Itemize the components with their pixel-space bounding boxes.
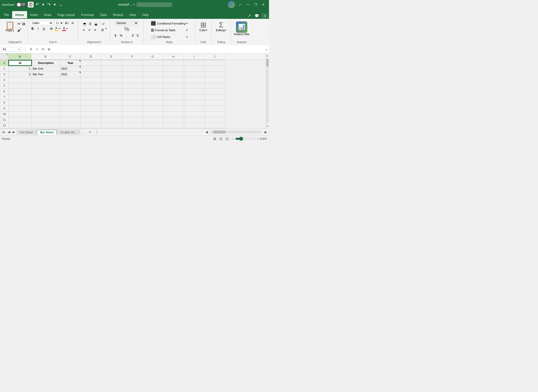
tab-home[interactable]: Home <box>12 11 27 19</box>
page-break-view-btn[interactable]: ⊟ <box>219 136 223 141</box>
cell-a2[interactable]: 1 <box>9 66 32 71</box>
bold-button[interactable]: B <box>30 26 35 31</box>
normal-view-btn[interactable]: ⊞ <box>213 136 217 141</box>
cell-b1[interactable]: Description <box>32 60 60 66</box>
filename-dropdown[interactable]: ▾ <box>133 3 135 6</box>
font-name-select[interactable]: Calibri <box>30 21 53 25</box>
align-top-btn[interactable]: ⬒ <box>82 21 87 27</box>
undo-dropdown[interactable]: ▾ <box>41 2 45 7</box>
cell-ref-dropdown-arrow[interactable]: ▾ <box>19 48 20 51</box>
close-btn[interactable]: ✕ <box>260 2 267 7</box>
align-center-btn[interactable]: ≡ <box>87 27 92 32</box>
formula-expand-btn[interactable]: ⌄ <box>265 47 268 51</box>
format-as-table-button[interactable]: ⊞ Format as Table ▾ <box>150 27 189 33</box>
h-scroll-right-arrow[interactable]: ▶ <box>264 130 268 134</box>
merge-dropdown[interactable]: ▾ <box>106 27 107 32</box>
user-avatar[interactable] <box>228 1 235 8</box>
cell-i3[interactable] <box>184 71 205 77</box>
cell-b3[interactable]: Bar Two <box>32 71 60 77</box>
percent-btn[interactable]: % <box>118 33 124 38</box>
cell-g2[interactable] <box>143 66 163 71</box>
v-scroll-thumb[interactable] <box>266 59 269 67</box>
analyze-data-button[interactable]: 📊 Analyze Data <box>233 20 250 37</box>
cell-c1[interactable]: Year <box>60 60 81 66</box>
paste-button[interactable]: 📋 Paste ▾ <box>4 20 16 33</box>
row-num-2[interactable]: 2 <box>0 66 9 71</box>
formula-fx-label[interactable]: fx <box>41 47 46 51</box>
autosave-toggle[interactable]: Off <box>17 2 26 7</box>
increase-font-btn[interactable]: A↑ <box>65 20 70 26</box>
tab-view[interactable]: View <box>126 11 139 19</box>
fmt-table-dropdown[interactable]: ▾ <box>186 29 188 31</box>
col-header-f[interactable]: F <box>122 53 143 60</box>
tab-nav-prev[interactable]: ◀ <box>7 130 11 134</box>
row-num-4[interactable]: 4 <box>0 77 9 83</box>
tab-data[interactable]: Data <box>97 11 110 19</box>
zoom-slider[interactable] <box>235 137 256 141</box>
tab-nav-first[interactable]: ⏮ <box>1 130 6 134</box>
comments-icon[interactable]: 💬 <box>254 13 260 19</box>
align-middle-btn[interactable]: ☰ <box>88 21 93 27</box>
wrap-text-btn[interactable]: ↵ <box>101 21 106 27</box>
col-header-a[interactable]: A <box>8 53 31 60</box>
collapse-ribbon-btn[interactable]: ∧ <box>262 13 268 19</box>
row-num-7[interactable]: 7 <box>0 94 9 100</box>
cell-a3[interactable]: 2 <box>9 71 32 77</box>
sheet-tab-bar[interactable]: Bar Sheet <box>37 130 57 135</box>
redo-dropdown[interactable]: ▾ <box>53 2 57 7</box>
row-num-8[interactable]: 8 <box>0 100 9 105</box>
formula-confirm-btn[interactable]: ✓ <box>35 47 40 51</box>
cell-c3[interactable]: 2021 <box>60 71 81 77</box>
minimize-btn[interactable]: — <box>244 2 251 7</box>
col-header-g[interactable]: G <box>143 53 163 60</box>
align-bottom-btn[interactable]: ⬓ <box>93 21 99 27</box>
decrease-font-btn[interactable]: A↓ <box>70 20 76 26</box>
h-scroll-left-arrow[interactable]: ◀ <box>204 130 209 134</box>
align-left-btn[interactable]: ≡ <box>81 27 86 32</box>
clipboard-expander[interactable]: ⧉ <box>20 41 21 44</box>
col-header-j[interactable]: J <box>204 53 225 60</box>
row-num-9[interactable]: 9 <box>0 105 9 111</box>
row-num-5[interactable]: 5 <box>0 83 9 88</box>
page-layout-view-btn[interactable]: ⊡ <box>225 136 229 141</box>
cell-c2[interactable]: 2021 <box>60 66 81 71</box>
col-header-i[interactable]: I <box>184 53 204 60</box>
cell-e2[interactable] <box>101 66 122 71</box>
customize-btn[interactable]: ⌄ <box>58 2 63 7</box>
zoom-in-btn[interactable]: + <box>257 137 258 140</box>
row-num-1[interactable]: 1 <box>0 60 9 66</box>
cell-f1[interactable] <box>122 60 143 66</box>
cell-j1[interactable] <box>205 60 225 66</box>
cell-a1[interactable]: Id <box>9 60 32 66</box>
row-num-6[interactable]: 6 <box>0 88 9 94</box>
tab-file[interactable]: File <box>1 11 12 19</box>
cell-styles-button[interactable]: ⬜ Cell Styles ▾ <box>150 34 189 40</box>
cell-d2[interactable] <box>81 66 101 71</box>
cell-e3[interactable] <box>101 71 122 77</box>
tab-review[interactable]: Review <box>110 11 126 19</box>
scroll-up-arrow[interactable]: ▲ <box>265 53 269 58</box>
search-input[interactable] <box>136 2 172 7</box>
cell-e1[interactable] <box>101 60 122 66</box>
font-color-dropdown[interactable]: ▾ <box>66 27 68 30</box>
ribbon-display-btn[interactable]: ⤢ <box>236 2 244 7</box>
v-scroll-track[interactable] <box>266 58 269 124</box>
tab-page-layout[interactable]: Page Layout <box>54 11 78 19</box>
row-num-10[interactable]: 10 <box>0 111 9 117</box>
editing-dropdown[interactable]: ▾ <box>225 29 226 31</box>
font-size-select[interactable]: 11 <box>54 21 64 25</box>
restore-btn[interactable]: ❐ <box>252 2 259 7</box>
row-num-11[interactable]: 11 <box>0 117 9 123</box>
add-sheet-button[interactable]: ＋ <box>86 129 93 135</box>
sheet-options-btn[interactable]: ⋮ <box>94 130 100 134</box>
align-right-btn[interactable]: ≡ <box>92 27 98 32</box>
col-header-h[interactable]: H <box>163 53 184 60</box>
tab-nav-next[interactable]: ▶ <box>12 130 16 134</box>
format-painter-button[interactable]: 🖌 <box>17 27 26 33</box>
cell-styles-dropdown[interactable]: ▾ <box>186 36 188 38</box>
row-num-3[interactable]: 3 <box>0 71 9 77</box>
col-header-d[interactable]: D <box>81 53 101 60</box>
redo-btn[interactable]: ↷ <box>46 2 52 7</box>
scroll-down-arrow[interactable]: ▼ <box>265 124 269 128</box>
cell-j3[interactable] <box>205 71 225 77</box>
